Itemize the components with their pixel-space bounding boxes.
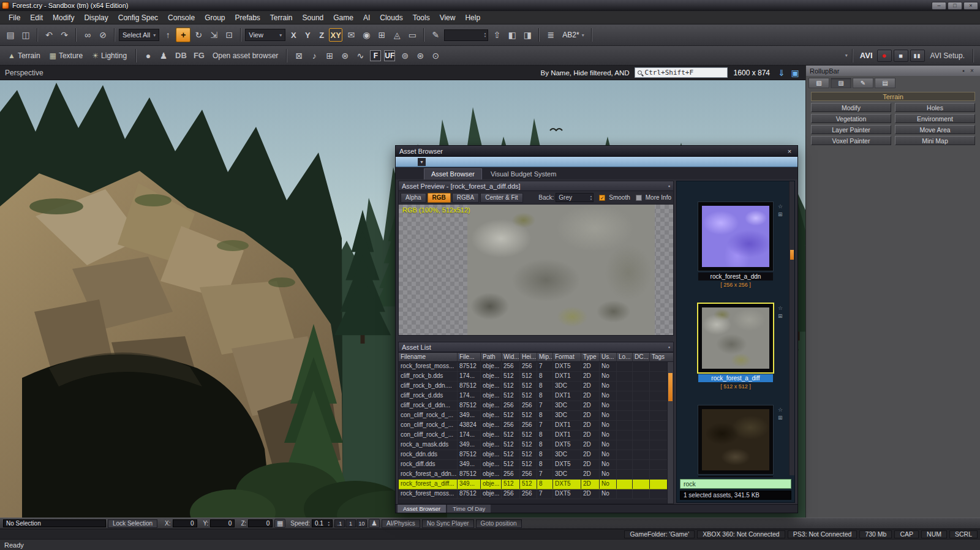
record-button[interactable]: ●	[877, 50, 892, 62]
axis-x-button[interactable]: X	[287, 28, 300, 42]
clone-icon[interactable]: ◧	[505, 28, 519, 42]
snap-icon[interactable]: ⊡	[222, 28, 236, 42]
menu-file[interactable]: File	[4, 12, 25, 24]
column-header[interactable]: Type	[581, 353, 600, 361]
rollup-tab-objects[interactable]: ▧	[809, 78, 829, 88]
particle-icon[interactable]: ⊛	[337, 48, 352, 63]
undo-icon[interactable]: ↶	[42, 28, 56, 42]
table-scrollbar[interactable]	[667, 362, 673, 503]
favorite-star-icon[interactable]: ☆	[778, 305, 783, 311]
table-row[interactable]: rock_forest_a_ddn... 87512 obje... 256 2…	[399, 470, 667, 480]
open-file-icon[interactable]: ▤	[3, 28, 18, 42]
smooth-checkbox[interactable]: ✓	[599, 195, 605, 201]
scrollbar-thumb[interactable]	[790, 250, 794, 260]
rollup-modify-button[interactable]: Modify	[811, 103, 891, 112]
favorite-star-icon[interactable]: ☆	[778, 407, 783, 413]
column-header[interactable]: Tags	[650, 353, 666, 361]
menu-clouds[interactable]: Clouds	[375, 12, 407, 24]
angle-snap-icon[interactable]: ◬	[390, 28, 404, 42]
asset-browser-close-icon[interactable]: ×	[785, 148, 794, 155]
tag-icon[interactable]: ⊞	[778, 313, 783, 319]
table-row[interactable]: rock_a_mask.dds 349... obje... 512 512 8…	[399, 440, 667, 450]
table-row[interactable]: cliff_rock_b_ddn.... 87512 obje... 512 5…	[399, 382, 667, 391]
ab-tab-asset-browser[interactable]: Asset Browser	[424, 168, 482, 179]
maximize-button[interactable]: □	[948, 2, 962, 10]
link-icon[interactable]: ∞	[80, 28, 95, 42]
rollup-tab-terrain[interactable]: ▨	[831, 78, 851, 88]
menu-display[interactable]: Display	[79, 12, 113, 24]
thumbnail-rock-forest-a-ddn[interactable]: rock_forest_a_ddn [ 256 x 256 ] ☆ ⊞	[698, 202, 773, 289]
camera-icon[interactable]: ◉	[359, 28, 374, 42]
terrain-button[interactable]: ▲ Terrain	[4, 50, 45, 61]
curve-editor-icon[interactable]: ∿	[353, 48, 368, 63]
unlink-icon[interactable]: ⊘	[96, 28, 110, 42]
rollup-voxel-painter-button[interactable]: Voxel Painter	[811, 136, 891, 145]
column-header[interactable]: Mip...	[537, 353, 553, 361]
flow-graph-icon[interactable]: ⊙	[428, 48, 443, 63]
axis-z-button[interactable]: Z	[315, 28, 328, 42]
spinner-icon[interactable]: ▴▾	[328, 521, 330, 527]
thumbnail-scrollbar[interactable]	[789, 181, 794, 475]
open-asset-browser-button[interactable]: Open asset browser	[209, 51, 282, 60]
ab-tab-visual-budget-system[interactable]: Visual Budget System	[484, 169, 563, 179]
table-row[interactable]: con_cliff_rock_d_... 43824 obje... 256 2…	[399, 421, 667, 431]
mail-icon[interactable]: ✉	[344, 28, 358, 42]
axis-xy-button[interactable]: XY	[329, 28, 342, 42]
table-row[interactable]: rock_forest_moss... 87512 obje... 256 25…	[399, 362, 667, 372]
column-header[interactable]: Hei...	[520, 353, 537, 361]
grid-snap-icon[interactable]: ⊞	[322, 48, 337, 63]
simulate-character-icon[interactable]: ♟	[369, 519, 380, 528]
asset-browser-titlebar[interactable]: Asset Browser ×	[396, 146, 797, 156]
freeze-button[interactable]: F	[370, 50, 381, 61]
table-row[interactable]: rock_diff.dds 349... obje... 512 512 8 D…	[399, 460, 667, 470]
background-color-dropdown[interactable]: Grey ▴▾	[556, 193, 594, 202]
x-coordinate-field[interactable]: 0	[173, 519, 197, 527]
pin-icon[interactable]: ▪	[668, 183, 670, 189]
minimize-button[interactable]: –	[932, 2, 946, 10]
pause-button[interactable]: ▮▮	[910, 50, 925, 62]
rotate-tool-icon[interactable]: ↻	[191, 28, 206, 42]
axis-y-button[interactable]: Y	[301, 28, 314, 42]
menu-sound[interactable]: Sound	[298, 12, 329, 24]
stop-button[interactable]: ■	[894, 50, 908, 62]
flow-graph-button[interactable]: FG	[191, 51, 207, 60]
select-all-dropdown[interactable]: Select All ▾	[119, 29, 159, 41]
ruler-icon[interactable]: ▭	[405, 28, 420, 42]
scale-tool-icon[interactable]: ⇲	[206, 28, 221, 42]
database-view-button[interactable]: DB	[173, 51, 189, 60]
sound-icon[interactable]: ♪	[307, 48, 322, 63]
chevron-down-icon[interactable]: ▾	[845, 53, 848, 58]
viewport-search-box[interactable]: Ctrl+Shift+F	[635, 67, 728, 78]
asset-filter-options[interactable]: By Name, Hide filtered, AND	[541, 69, 630, 77]
selection-field[interactable]: No Selection	[3, 519, 106, 527]
speed-preset-point1-button[interactable]: .1	[334, 519, 345, 527]
scrollbar-thumb[interactable]	[668, 373, 673, 401]
menu-group[interactable]: Group	[200, 12, 230, 24]
menu-modify[interactable]: Modify	[48, 12, 79, 24]
material-sphere-icon[interactable]: ●	[141, 48, 156, 63]
table-row[interactable]: rock_ddn.dds 87512 obje... 512 512 8 3DC…	[399, 450, 667, 460]
menu-view[interactable]: View	[435, 12, 461, 24]
menu-terrain[interactable]: Terrain	[265, 12, 298, 24]
close-button[interactable]: ×	[963, 2, 978, 10]
menu-console[interactable]: Console	[163, 12, 200, 24]
alpha-channel-button[interactable]: Alpha	[401, 193, 426, 203]
table-row[interactable]: con_cliff_rock_d_... 349... obje... 512 …	[399, 411, 667, 421]
thumbnail-partial[interactable]: ☆ ⊞	[698, 405, 773, 477]
redo-icon[interactable]: ↷	[57, 28, 72, 42]
y-coordinate-field[interactable]: 0	[210, 519, 235, 527]
column-header[interactable]: Path	[481, 353, 502, 361]
column-header[interactable]: File...	[458, 353, 481, 361]
speed-preset-1-button[interactable]: 1	[345, 519, 356, 527]
no-sync-player-button[interactable]: No Sync Player	[422, 519, 474, 528]
grid-icon[interactable]: ⊞	[374, 28, 389, 42]
rollup-holes-button[interactable]: Holes	[895, 103, 975, 112]
dock-tab-asset-browser[interactable]: Asset Browser	[398, 505, 446, 513]
unfreeze-button[interactable]: UF	[384, 50, 395, 61]
favorite-star-icon[interactable]: ☆	[778, 203, 783, 209]
selection-name-combo[interactable]: ▴▾	[444, 29, 488, 41]
move-tool-icon[interactable]: +	[176, 28, 190, 42]
rgba-channel-button[interactable]: RGBA	[452, 193, 479, 203]
menu-prefabs[interactable]: Prefabs	[230, 12, 265, 24]
pin-icon[interactable]: ▪	[959, 67, 968, 74]
